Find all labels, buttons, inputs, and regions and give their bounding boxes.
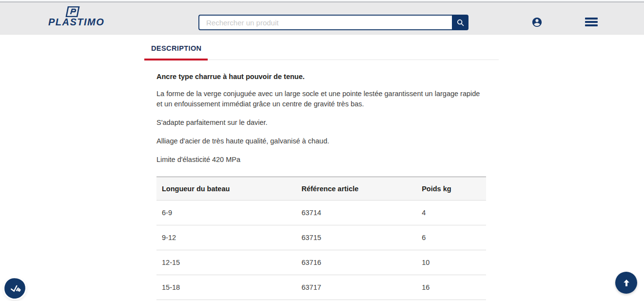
cell-poids: 6 [422,225,486,250]
logo-text: PLASTIMO [48,17,104,27]
cell-longueur: 12-15 [156,250,301,275]
search-button[interactable] [452,15,468,30]
table-row: 9-12 63715 6 [156,225,486,250]
cell-reference: 63717 [301,275,422,300]
search-box [198,15,468,30]
plastimo-logo[interactable]: PLASTIMO [48,6,104,27]
cell-poids: 4 [422,201,486,225]
hamburger-menu-icon [585,18,598,20]
product-spec-table: Longueur du bateau Référence article Poi… [156,177,486,301]
table-row: 6-9 63714 4 [156,201,486,225]
hamburger-menu-icon [585,24,598,26]
cookie-consent-check-icon [8,281,22,295]
cell-poids: 10 [422,250,486,275]
cell-reference: 63715 [301,225,422,250]
cell-longueur: 15-18 [156,275,301,300]
description-paragraph: Alliage d'acier de très haute qualité, g… [156,136,486,146]
product-tabbar: DESCRIPTION [144,43,499,60]
description-lead: Ancre type charrue à haut pouvoir de ten… [156,73,486,80]
description-paragraph: Limite d'élasticité 420 MPa [156,155,486,165]
product-description: Ancre type charrue à haut pouvoir de ten… [156,73,486,301]
hamburger-menu-icon [585,21,598,23]
tab-description[interactable]: DESCRIPTION [144,43,208,60]
cell-reference: 63714 [301,201,422,225]
column-header-reference: Référence article [301,177,422,201]
hamburger-menu-button[interactable] [585,18,598,26]
cookie-consent-button[interactable] [3,277,26,300]
column-header-poids: Poids kg [422,177,486,201]
scroll-to-top-button[interactable] [615,272,637,294]
cell-reference: 63716 [301,250,422,275]
cell-poids: 16 [422,275,486,300]
search-icon [456,19,465,27]
plastimo-flag-icon [64,6,80,17]
arrow-up-icon [622,278,631,288]
table-row: 15-18 63717 16 [156,275,486,300]
site-header: PLASTIMO [0,2,644,35]
cell-longueur: 9-12 [156,225,301,250]
account-button[interactable] [531,17,543,28]
table-row: 12-15 63716 10 [156,250,486,275]
search-input[interactable] [198,15,452,30]
account-icon [531,17,543,28]
cell-longueur: 6-9 [156,201,301,225]
table-header-row: Longueur du bateau Référence article Poi… [156,177,486,201]
description-paragraph: La forme de la verge conjuguée avec un l… [156,89,486,109]
description-paragraph: S'adapte parfaitement sur le davier. [156,118,486,128]
column-header-longueur: Longueur du bateau [156,177,301,201]
